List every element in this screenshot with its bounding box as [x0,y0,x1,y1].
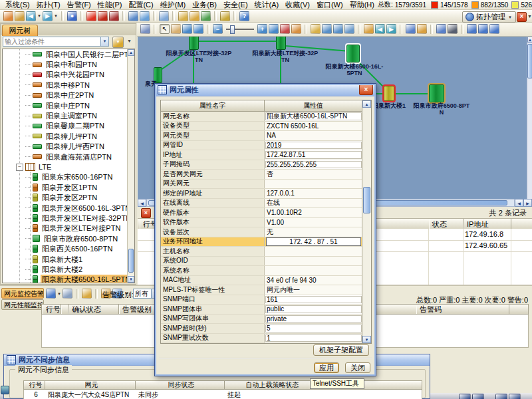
property-value[interactable]: 5 [265,325,362,332]
user-lock-icon[interactable] [15,11,25,21]
tree-item[interactable]: 阳泉开发区LTE对接PTN [3,223,135,233]
edit-view-icon[interactable] [333,24,343,34]
property-value[interactable]: 172. 42 . 87 . 51 [265,237,362,247]
layout-grid-icon[interactable] [478,24,488,34]
property-value[interactable]: 34 e0 cf fe 94 30 [265,276,362,285]
tool-wrench-icon[interactable] [417,24,427,34]
property-value[interactable] [265,266,362,275]
scroll-left-button[interactable]: ◀ [138,199,146,207]
scroll-thumb[interactable] [363,187,370,213]
menu-item-T[interactable]: 拓扑(T) [33,1,64,9]
snapshot-icon[interactable] [159,11,169,21]
ne-node-xindalou-6500[interactable] [346,45,360,63]
toolbar-more-icon[interactable]: ▼ [527,14,532,19]
taskbar-icon[interactable] [495,394,507,399]
window-list-icon[interactable] [140,11,150,21]
close-button[interactable]: 关闭 [345,362,370,373]
tree-filter-input[interactable] [3,37,100,46]
new-window-icon[interactable] [128,11,138,21]
export-icon[interactable] [46,289,56,299]
search-binoculars-icon[interactable] [448,24,458,34]
table-row[interactable]: 6阳泉庞大一汽大众4S店PTN未同步挂起 [23,390,422,399]
column-header[interactable]: 状态 [429,219,464,229]
print-icon[interactable] [63,289,72,299]
chevron-down-icon[interactable]: ▼ [37,14,41,18]
alarm-helmet-icon[interactable] [109,11,119,21]
tree-item[interactable]: 阳泉馨康二期PTN [3,121,135,131]
filter-dropdown-icon[interactable]: ▼ [100,37,108,46]
column-header[interactable]: 自动上载策略状态 [225,381,318,389]
menu-item-A[interactable]: 统计(A) [251,1,283,9]
back-icon[interactable]: ◀ [26,11,36,21]
tree-filter-field[interactable]: ▼ [3,37,109,47]
history-alarm-icon[interactable] [98,11,108,21]
timer-icon[interactable] [190,11,200,21]
tree-item[interactable]: 阳泉主调室PTN [3,110,135,120]
menu-item-E[interactable]: 安全(E) [220,1,251,9]
key-icon[interactable] [178,11,188,21]
tree-item[interactable]: 阳泉新大楼1 [3,254,135,264]
menu-item-B[interactable]: 业务(B) [189,1,220,9]
slider-knob[interactable] [230,25,235,34]
zoom-slider[interactable] [225,24,255,34]
taskbar-icon[interactable] [509,394,521,399]
scroll-up-button[interactable]: ▲ [527,37,532,43]
save-image-icon[interactable] [322,24,332,34]
tree-item[interactable]: 阳泉开发区1PTN [3,182,135,192]
menu-item-M[interactable]: 维护(M) [157,1,190,9]
property-value[interactable] [265,247,362,256]
chevron-down-icon[interactable]: ▼ [54,14,58,18]
scroll-down-button[interactable]: ▼ [128,276,134,283]
tree-item[interactable]: 阳泉市政府6500-8PTN [3,233,135,243]
property-value[interactable]: 2019 [265,142,362,150]
dialog-scrollbar[interactable]: ▲▼ [362,100,371,343]
forward-icon[interactable]: ▶ [43,11,53,21]
zoom-out-icon[interactable]: − [213,24,223,34]
property-value[interactable] [265,180,362,189]
layout-top-icon[interactable] [467,24,477,34]
ne-node-shizhengfu[interactable] [429,84,444,102]
tree-item[interactable]: 阳泉獐儿坪PTN [3,131,135,141]
property-value[interactable]: 172.42.87.51 [265,151,362,159]
add-user-icon[interactable] [3,11,13,21]
tree-item[interactable]: 阳泉新大楼6500-16L-5PTN [3,275,135,283]
tree-item[interactable]: 阳泉中兴花园PTN [3,70,135,80]
property-value[interactable]: private [265,315,362,323]
scroll-down-button[interactable]: ▼ [362,336,371,343]
scroll-left-button[interactable]: ◀ [515,199,523,207]
taskbar-icon[interactable] [459,394,471,399]
tree-item[interactable]: 阳泉中移PTN [3,80,135,90]
column-header[interactable]: 网元 [45,381,136,389]
undo-icon[interactable] [291,24,301,34]
property-value[interactable]: 阳泉新大楼6500-16L-5PTN [265,112,362,120]
zoom-select-icon[interactable] [182,24,192,34]
chevron-down-icon[interactable]: ▼ [57,292,61,296]
delete-icon[interactable]: × [141,208,151,218]
minimized-panel-icon[interactable] [1,386,9,394]
property-value[interactable]: 255.255.255.255 [265,161,362,169]
next-view-icon[interactable]: ▶ [386,24,396,34]
percent-icon[interactable] [201,11,211,21]
property-value[interactable]: ZXCTN 6500-16L [265,122,362,131]
close-view-button[interactable]: × [517,12,527,22]
property-value[interactable]: 1 [265,334,362,342]
help-icon[interactable]: ? [239,11,249,21]
column-header[interactable]: 行号 [43,305,61,314]
filter-more-icon[interactable]: ▼ [127,39,132,43]
tab-ne-perf-monitor[interactable]: 网元性能监控 [1,299,44,310]
tree-item[interactable]: 阳泉开发区LTE对接-32PTN [3,213,135,223]
tree-item[interactable]: 阳泉中和园PTN [3,59,135,69]
property-value[interactable]: V1.00 [265,218,362,227]
column-header[interactable]: IP地址 [464,219,511,229]
tree-item[interactable]: 阳泉中庄2PTN [3,90,135,100]
scroll-thumb[interactable] [527,44,532,78]
tree-group-lte[interactable]: −LTE [3,162,135,172]
tree-item[interactable]: 阳泉中庄PTN [3,100,135,110]
property-value[interactable]: V1.00.10R2 [265,208,362,217]
taskbar-icon[interactable] [472,394,484,399]
filter-window-icon[interactable] [436,24,446,34]
unlock-icon[interactable] [311,24,321,34]
column-header[interactable]: 同步状态 [136,381,225,389]
property-value[interactable]: 161 [265,296,362,304]
scroll-up-button[interactable]: ▲ [128,49,134,56]
